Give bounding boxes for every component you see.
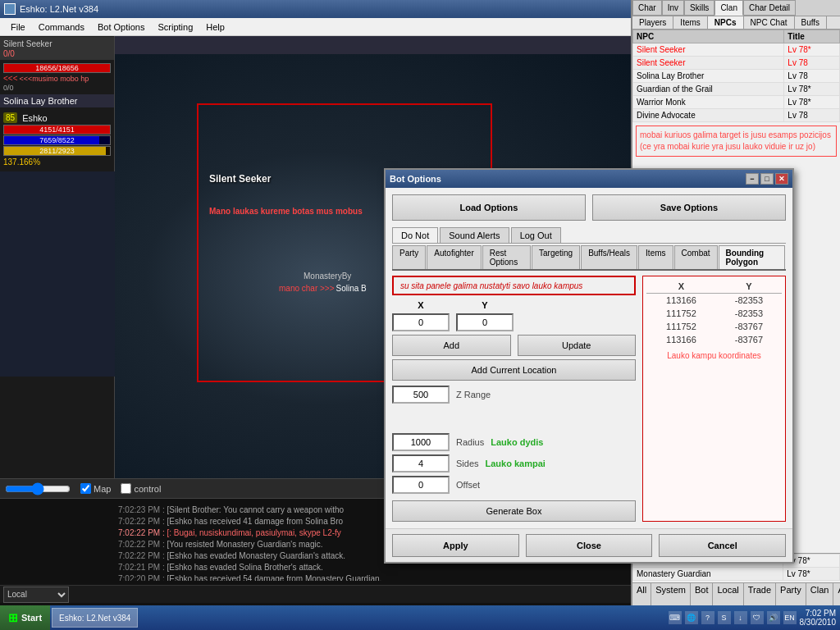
btab-local[interactable]: Local: [713, 583, 743, 605]
start-button[interactable]: ⊞ Start: [0, 605, 50, 630]
tab2-bounding-polygon[interactable]: Bounding Polygon: [719, 245, 785, 269]
generate-box-button[interactable]: Generate Box: [392, 500, 636, 522]
dialog-close[interactable]: ✕: [775, 173, 788, 185]
coord-row-0[interactable]: 113166 -82353: [646, 294, 782, 308]
char-name-main: Eshko: [22, 113, 48, 123]
chat-line-6: 7:02:20 PM : [Eshko has received 54 dama…: [118, 573, 628, 581]
menu-commands[interactable]: Commands: [32, 21, 91, 34]
coord-row-2[interactable]: 111752 -83767: [646, 320, 782, 333]
dialog-minimize[interactable]: −: [746, 173, 759, 185]
subtab-buffs[interactable]: Buffs: [795, 16, 828, 29]
channel-select[interactable]: Local: [3, 587, 69, 603]
npc-row-1[interactable]: Silent Seeker Lv 78: [633, 57, 840, 70]
control-checkbox[interactable]: [121, 483, 131, 494]
tab-char-detail[interactable]: Char Detail: [743, 0, 796, 16]
right-subtabs: Players Items NPCs NPC Chat Buffs: [632, 16, 840, 30]
coord-x-1: 111752: [646, 307, 716, 320]
main-char-area: 85 Eshko 4151/4151 7659/8522 2811/2923 1…: [0, 111, 114, 168]
tab2-combat[interactable]: Combat: [674, 245, 718, 269]
map-checkbox-label: Map: [80, 483, 111, 494]
start-label: Start: [21, 613, 42, 623]
main-mp-text: 7659/8522: [4, 136, 110, 144]
npc-row-0[interactable]: Silent Seeker Lv 78*: [633, 43, 840, 57]
tray-icon-torrent: ↓: [734, 611, 747, 624]
subtab-items[interactable]: Items: [673, 16, 707, 29]
silent-seeker-game-label: Silent Seeker: [209, 173, 271, 185]
main-hp-bar: 4151/4151: [3, 125, 111, 135]
main-mp-bar: 7659/8522: [3, 135, 111, 145]
menu-bot-options[interactable]: Bot Options: [91, 21, 151, 34]
main-char-header: 85 Eshko: [3, 112, 111, 123]
y-input[interactable]: [456, 313, 514, 331]
offset-input[interactable]: [392, 476, 450, 494]
sides-label: Sides: [456, 459, 479, 468]
bottom-npc-name-1: Monastery Guardian: [633, 568, 783, 581]
subtab-players[interactable]: Players: [632, 16, 673, 29]
tab2-rest-options[interactable]: Rest Options: [482, 245, 531, 269]
npc-row-4[interactable]: Warrior Monk Lv 78*: [633, 96, 840, 109]
npc-table: NPC Title Silent Seeker Lv 78* Silent Se…: [632, 30, 840, 122]
map-slider[interactable]: [5, 482, 71, 495]
update-button[interactable]: Update: [518, 335, 637, 356]
btab-clan[interactable]: Clan: [806, 583, 834, 605]
bp-left: su sita panele galima nustatyti savo lau…: [392, 276, 636, 522]
tab2-party[interactable]: Party: [392, 245, 426, 269]
npc-row-5[interactable]: Divine Advocate Lv 78: [633, 109, 840, 122]
tab-inv[interactable]: Inv: [662, 0, 684, 16]
save-options-button[interactable]: Save Options: [592, 194, 786, 221]
tab-skills[interactable]: Skills: [684, 0, 714, 16]
subtab-npcs[interactable]: NPCs: [708, 16, 744, 29]
tab2-buffs-heals[interactable]: Buffs/Heals: [581, 245, 637, 269]
cancel-button[interactable]: Cancel: [659, 534, 786, 557]
tray-icon-help: ?: [701, 611, 714, 624]
tab2-items[interactable]: Items: [638, 245, 673, 269]
zero-hp: 0/0: [3, 83, 111, 93]
dialog-restore[interactable]: □: [760, 173, 774, 185]
npc-row-3[interactable]: Guardian of the Grail Lv 78*: [633, 83, 840, 96]
z-range-input[interactable]: [392, 386, 450, 404]
subtab-npc-chat[interactable]: NPC Chat: [744, 16, 795, 29]
btab-alliance[interactable]: Alliance: [833, 583, 840, 605]
radius-input[interactable]: [392, 433, 450, 451]
taskbar-item-0[interactable]: Eshko: L2.Net v384: [52, 608, 138, 628]
target-hp-area: 18656/18656 <<<<<<musimo mobo hp 0/0: [0, 61, 114, 94]
system-tray: ⌨ 🌐 ? S ↓ 🛡 🔊 EN 7:02 PM 8/30/2010: [664, 609, 841, 627]
coord-row-1[interactable]: 111752 -82353: [646, 307, 782, 320]
taskbar: ⊞ Start Eshko: L2.Net v384 ⌨ 🌐 ? S ↓ 🛡 🔊…: [0, 605, 840, 630]
bounding-polygon-content: su sita panele galima nustatyti savo lau…: [392, 276, 786, 522]
title-bar-left: Eshko: L2.Net v384: [4, 3, 98, 15]
menu-file[interactable]: File: [4, 21, 32, 34]
tab2-targeting[interactable]: Targeting: [532, 245, 580, 269]
x-input[interactable]: [392, 313, 450, 331]
tab-clan[interactable]: Clan: [714, 0, 743, 16]
load-options-button[interactable]: Load Options: [392, 194, 586, 221]
app-icon: [4, 3, 16, 15]
close-dialog-button[interactable]: Close: [526, 534, 653, 557]
apply-button[interactable]: Apply: [392, 534, 519, 557]
btab-trade[interactable]: Trade: [744, 583, 776, 605]
add-button[interactable]: Add: [392, 335, 511, 356]
menu-scripting[interactable]: Scripting: [151, 21, 199, 34]
btab-system[interactable]: System: [651, 583, 691, 605]
bottom-npc-title-1: Lv 78*: [783, 568, 840, 581]
tab-do-not[interactable]: Do Not: [392, 227, 438, 243]
menu-help[interactable]: Help: [199, 21, 231, 34]
bottom-npc-row-1[interactable]: Monastery Guardian Lv 78*: [633, 568, 840, 581]
sides-input[interactable]: [392, 454, 450, 472]
coord-row-3[interactable]: 113166 -83767: [646, 333, 782, 346]
target-hp-bar: 18656/18656: [3, 63, 111, 73]
tab-sound-alerts[interactable]: Sound Alerts: [440, 227, 509, 243]
btab-party[interactable]: Party: [776, 583, 806, 605]
npc-row-2[interactable]: Solina Lay Brother Lv 78: [633, 70, 840, 83]
tab2-autofighter[interactable]: Autofighter: [427, 245, 481, 269]
npc-annotation: mobai kuriuos galima target is jusu esam…: [636, 126, 837, 157]
tab-log-out[interactable]: Log Out: [511, 227, 561, 243]
btab-bot[interactable]: Bot: [691, 583, 714, 605]
npc-name-3: Guardian of the Grail: [633, 83, 784, 96]
btab-all[interactable]: All: [632, 583, 651, 605]
tab-char[interactable]: Char: [632, 0, 662, 16]
map-checkbox[interactable]: [80, 483, 91, 494]
tray-icon-volume: 🔊: [767, 611, 780, 624]
bottom-chat-tabs: All System Bot Local Trade Party Clan Al…: [632, 582, 840, 605]
add-current-location-button[interactable]: Add Current Location: [392, 359, 636, 381]
